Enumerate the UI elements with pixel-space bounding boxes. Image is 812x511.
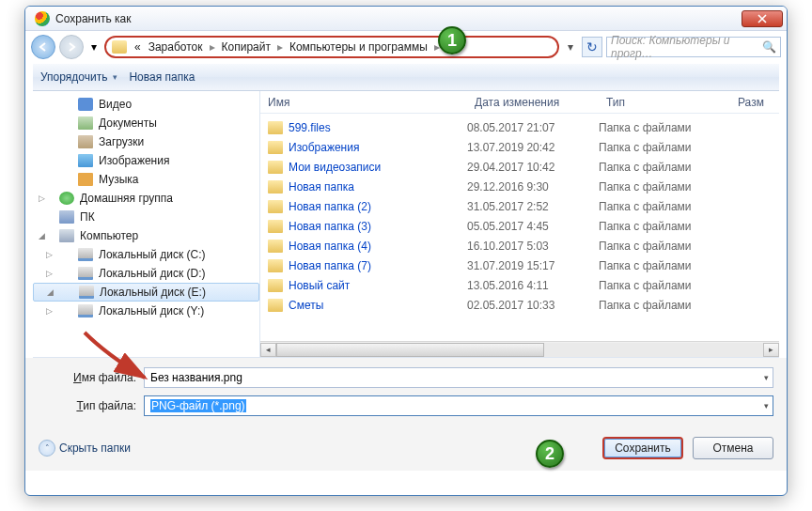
drive-icon: [79, 286, 94, 299]
twist-icon[interactable]: ▷: [46, 306, 55, 316]
table-row[interactable]: Новая папка (2)31.05.2017 2:52Папка с фа…: [260, 196, 779, 216]
row-name: Новая папка: [268, 180, 467, 194]
row-name: Сметы: [268, 299, 467, 312]
table-row[interactable]: Изображения13.07.2019 20:42Папка с файла…: [260, 137, 779, 157]
row-type: Папка с файлами: [599, 200, 730, 213]
tree-label: Изображения: [99, 154, 169, 167]
tree-node[interactable]: ПК: [33, 208, 259, 226]
filename-label: Имя файла:: [39, 371, 144, 384]
row-type: Папка с файлами: [599, 299, 730, 312]
tree-label: Загрузки: [99, 135, 144, 148]
rows: 599.files08.05.2017 21:07Папка с файлами…: [260, 114, 779, 341]
folder-icon: [268, 141, 283, 154]
row-name: Новая папка (2): [268, 200, 467, 213]
folder-icon: [268, 240, 283, 253]
arrow-right-icon: [66, 41, 77, 53]
scroll-track[interactable]: [276, 343, 763, 357]
hide-folders-button[interactable]: ˄ Скрыть папки: [39, 440, 131, 457]
twist-icon[interactable]: ◢: [47, 287, 56, 297]
breadcrumb-dropdown[interactable]: ▾: [563, 40, 578, 54]
chevron-up-icon: ˄: [39, 440, 55, 457]
nav-dropdown[interactable]: ▾: [87, 35, 101, 59]
h-scrollbar[interactable]: ◂ ▸: [260, 341, 779, 357]
folder-icon: [268, 299, 283, 312]
tree-label: Локальный диск (E:): [100, 286, 206, 299]
row-date: 31.05.2017 2:52: [467, 200, 599, 213]
nav-tree[interactable]: ВидеоДокументыЗагрузкиИзображенияМузыка▷…: [33, 91, 260, 357]
table-row[interactable]: Новая папка (3)05.05.2017 4:45Папка с фа…: [260, 216, 779, 236]
annotation-badge-1: 1: [438, 26, 466, 54]
tree-node[interactable]: ◢Локальный диск (E:): [33, 283, 259, 302]
breadcrumb-item[interactable]: Заработок: [145, 40, 207, 54]
bottom-bar: ˄ Скрыть папки Сохранить Отмена: [25, 427, 787, 471]
tree-node[interactable]: Документы: [33, 114, 259, 132]
breadcrumb[interactable]: « Заработок ▸ Копирайт ▸ Компьютеры и пр…: [104, 36, 559, 58]
row-date: 08.05.2017 21:07: [467, 121, 599, 134]
tree-label: Видео: [99, 98, 132, 111]
tree-label: Документы: [99, 116, 157, 130]
tree-node[interactable]: Загрузки: [33, 132, 259, 151]
col-size[interactable]: Разм: [730, 96, 779, 109]
filetype-select[interactable]: PNG-файл (*.png) ▾: [144, 395, 773, 416]
tree-node[interactable]: ▷Локальный диск (Y:): [33, 302, 259, 320]
refresh-button[interactable]: ↻: [582, 37, 602, 57]
filename-input[interactable]: Без названия.png ▾: [144, 367, 773, 388]
table-row[interactable]: Новый сайт13.05.2016 4:11Папка с файлами: [260, 275, 779, 295]
table-row[interactable]: Новая папка (4)16.10.2017 5:03Папка с фа…: [260, 236, 779, 256]
row-type: Папка с файлами: [599, 279, 730, 292]
cancel-button[interactable]: Отмена: [693, 437, 773, 459]
tree-node[interactable]: ▷Локальный диск (C:): [33, 245, 259, 264]
tree-node[interactable]: Видео: [33, 95, 259, 114]
table-row[interactable]: Мои видеозаписи29.04.2017 10:42Папка с ф…: [260, 157, 779, 177]
organize-button[interactable]: Упорядочить: [40, 70, 117, 84]
tree-node[interactable]: Музыка: [33, 170, 259, 189]
twist-icon[interactable]: ◢: [39, 231, 48, 240]
folder-icon: [268, 200, 283, 213]
chevron-down-icon[interactable]: ▾: [764, 373, 769, 382]
folder-icon: [268, 220, 283, 233]
tree-node[interactable]: Изображения: [33, 151, 259, 170]
new-folder-button[interactable]: Новая папка: [129, 70, 195, 84]
back-button[interactable]: [31, 35, 55, 59]
row-type: Папка с файлами: [599, 220, 730, 233]
row-type: Папка с файлами: [599, 180, 730, 194]
close-button[interactable]: [742, 10, 783, 27]
tree-node[interactable]: ▷Домашняя группа: [33, 189, 259, 208]
filetype-label: Тип файла:: [39, 399, 144, 412]
music-icon: [78, 173, 93, 186]
save-as-dialog: Сохранить как ▾ « Заработок ▸ Копирайт ▸…: [24, 6, 788, 496]
tree-node[interactable]: ▷Локальный диск (D:): [33, 264, 259, 283]
col-type[interactable]: Тип: [599, 96, 730, 109]
table-row[interactable]: Сметы02.05.2017 10:33Папка с файлами: [260, 295, 779, 315]
scroll-thumb[interactable]: [276, 343, 544, 357]
table-row[interactable]: 599.files08.05.2017 21:07Папка с файлами: [260, 117, 779, 137]
tree-node[interactable]: ◢Компьютер: [33, 226, 259, 245]
scroll-left-icon[interactable]: ◂: [260, 343, 276, 357]
col-date[interactable]: Дата изменения: [467, 96, 599, 109]
breadcrumb-sep: ▸: [207, 40, 218, 54]
body: ВидеоДокументыЗагрузкиИзображенияМузыка▷…: [33, 91, 779, 358]
table-row[interactable]: Новая папка (7)31.07.2019 15:17Папка с ф…: [260, 256, 779, 275]
table-row[interactable]: Новая папка29.12.2016 9:30Папка с файлам…: [260, 177, 779, 196]
twist-icon[interactable]: ▷: [39, 194, 48, 203]
tree-label: Домашняя группа: [80, 192, 173, 205]
row-name: Новая папка (4): [268, 240, 467, 253]
row-type: Папка с файлами: [599, 121, 730, 134]
col-name[interactable]: Имя: [260, 96, 467, 109]
row-name: Новый сайт: [268, 279, 467, 292]
home-icon: [59, 192, 74, 205]
cancel-label: Отмена: [712, 441, 753, 455]
breadcrumb-item[interactable]: Компьютеры и программы: [286, 40, 431, 54]
scroll-right-icon[interactable]: ▸: [763, 343, 779, 357]
twist-icon[interactable]: ▷: [46, 269, 55, 278]
row-type: Папка с файлами: [599, 141, 730, 154]
breadcrumb-item[interactable]: Копирайт: [218, 40, 274, 54]
search-input[interactable]: Поиск: Компьютеры и прогр… 🔍: [606, 37, 781, 57]
save-label: Сохранить: [615, 441, 671, 455]
chevron-down-icon[interactable]: ▾: [764, 401, 769, 410]
row-type: Папка с файлами: [599, 161, 730, 174]
twist-icon[interactable]: ▷: [46, 250, 55, 259]
breadcrumb-sep: ▸: [274, 40, 286, 54]
forward-button[interactable]: [59, 35, 84, 59]
save-button[interactable]: Сохранить: [602, 437, 683, 459]
